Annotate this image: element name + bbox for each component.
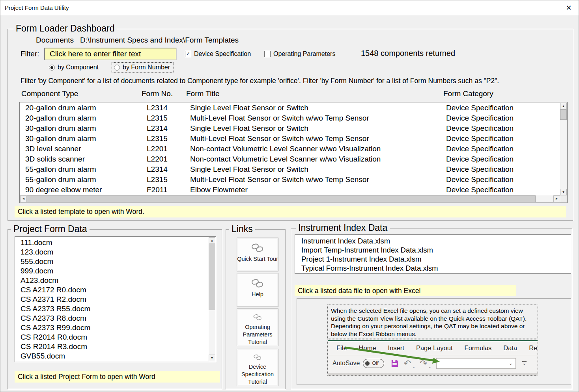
- list-item[interactable]: CS A2373 R8.docm: [15, 314, 209, 323]
- scroll-left-icon[interactable]: ◄: [20, 195, 27, 202]
- column-header-form-title: Form Title: [186, 89, 219, 98]
- list-item[interactable]: Instrument Index Data.xlsm: [295, 237, 570, 246]
- scrollbar-thumb[interactable]: [27, 195, 536, 202]
- documents-label: Documents: [36, 36, 74, 44]
- cell-form-no: L2315: [147, 134, 168, 143]
- device-specification-checkbox[interactable]: ✓ Device Specification: [185, 50, 251, 58]
- quick-start-tour-button[interactable]: Quick Start Tour: [237, 238, 278, 271]
- form-loader-dashboard-group: Form Loader Dashboard DocumentsD:\Instru…: [7, 29, 573, 221]
- cell-form-title: Non-contact Volumetric Level Scanner w/w…: [190, 145, 381, 153]
- redo-chevron-icon: ⌄: [428, 364, 431, 371]
- list-item[interactable]: CS R2014 R3.docm: [15, 342, 209, 352]
- cell-form-category: Device Specification: [446, 134, 514, 143]
- ribbon-tab: File: [336, 344, 347, 352]
- table-row[interactable]: 3D level scanner L2201 Non-contact Volum…: [20, 144, 560, 154]
- scroll-up-icon[interactable]: ▲: [560, 103, 567, 110]
- table-row[interactable]: 3D solids scanner L2201 Non-contact Volu…: [20, 154, 560, 165]
- templates-listbox[interactable]: 20-gallon drum alarm L2314 Single Level …: [19, 102, 568, 203]
- help-button[interactable]: Help: [237, 273, 278, 307]
- save-icon: [390, 359, 399, 368]
- cell-form-no: L2315: [147, 175, 168, 184]
- list-item[interactable]: 123.docm: [15, 248, 209, 257]
- button-label: Quick Start Tour: [237, 255, 278, 263]
- cell-component-type: 20-gallon drum alarm: [25, 104, 96, 112]
- link-icon: [251, 243, 264, 253]
- documents-line: DocumentsD:\Instrument Specs and Index\F…: [36, 36, 239, 45]
- ribbon-tab: Re: [529, 344, 537, 352]
- table-row[interactable]: 90 degree elbow meter F2011 Elbow Flowme…: [20, 185, 560, 195]
- excel-help-panel: When the selected Excel file opens, you …: [297, 298, 571, 385]
- cell-form-category: Device Specification: [446, 186, 514, 194]
- cell-form-no: L2201: [147, 155, 168, 163]
- cell-form-title: Single Level Float Sensor or Switch: [190, 104, 308, 112]
- scroll-up-icon[interactable]: ▲: [209, 237, 215, 244]
- autosave-state: Off: [372, 360, 378, 366]
- list-item[interactable]: CS R2014 R0.docm: [15, 333, 209, 342]
- cell-form-title: Multi-Level Float Sensor or Switch w/wo …: [190, 114, 369, 123]
- table-row[interactable]: 20-gallon drum alarm L2315 Multi-Level F…: [20, 113, 560, 124]
- list-item[interactable]: A123.docm: [15, 276, 209, 286]
- scroll-down-icon[interactable]: ▼: [560, 189, 567, 195]
- horizontal-scrollbar[interactable]: ◄ ►: [20, 195, 560, 202]
- filter-label: Filter:: [21, 50, 39, 58]
- project-forms-listbox[interactable]: 111.docm 123.docm 555.docm 999.docm A123…: [15, 236, 216, 362]
- templates-list-body: 20-gallon drum alarm L2314 Single Level …: [20, 103, 560, 195]
- filter-instructions: Filter 'by Component' for a list of docu…: [21, 77, 499, 85]
- instrument-index-listbox[interactable]: Instrument Index Data.xlsm Import Temp-I…: [295, 234, 571, 274]
- list-item[interactable]: Project 1-Instrument Index Data.xlsm: [295, 255, 570, 264]
- cell-component-type: 55-gallon drum alarm: [25, 175, 96, 184]
- list-item[interactable]: 111.docm: [15, 238, 209, 248]
- table-row[interactable]: 30-gallon drum alarm L2315 Multi-Level F…: [20, 134, 560, 144]
- list-item[interactable]: 999.docm: [15, 267, 209, 276]
- group-title-instrument-index: Instrument Index Data: [296, 223, 390, 233]
- group-title-links: Links: [229, 224, 255, 234]
- list-item[interactable]: CS A2373 R55.docm: [15, 305, 209, 314]
- button-label: Device Specification Tutorial: [237, 363, 278, 386]
- radio-by-form-number[interactable]: by Form Number: [112, 62, 174, 72]
- list-item[interactable]: CS A2371 R2.docm: [15, 295, 209, 305]
- cell-form-category: Device Specification: [446, 155, 514, 163]
- link-icon: [251, 279, 264, 288]
- scroll-right-icon[interactable]: ►: [553, 195, 560, 202]
- table-row[interactable]: 20-gallon drum alarm L2314 Single Level …: [20, 103, 560, 113]
- operating-parameters-checkbox[interactable]: Operating Parameters: [264, 50, 335, 58]
- list-item[interactable]: 555.docm: [15, 257, 209, 267]
- table-row[interactable]: 55-gallon drum alarm L2314 Single Level …: [20, 165, 560, 175]
- templates-note: Click a listed template to open with Wor…: [15, 206, 566, 217]
- device-specification-tutorial-button[interactable]: Device Specification Tutorial: [237, 349, 278, 386]
- customize-chevron: ⌄: [522, 362, 526, 365]
- customize-qat-icon: ⌄: [522, 361, 527, 365]
- cell-form-category: Device Specification: [446, 114, 514, 123]
- scrollbar-thumb[interactable]: [209, 244, 215, 310]
- window-title: Project Form Data Utility: [5, 4, 69, 11]
- checkbox-unchecked-icon: [264, 51, 271, 57]
- radio-by-component[interactable]: by Component: [47, 62, 103, 72]
- list-item[interactable]: CS A2172 R0.docm: [15, 286, 209, 295]
- list-item[interactable]: Import Temp-Instrument Index Data.xlsm: [295, 246, 570, 255]
- column-header-form-no: Form No.: [142, 89, 173, 98]
- table-row[interactable]: 30-gallon drum alarm L2314 Single Level …: [20, 124, 560, 134]
- scrollbar-thumb[interactable]: [560, 110, 567, 120]
- list-item[interactable]: Typical Forms-Instrument Index Data.xlsm: [295, 264, 570, 273]
- cell-form-no: L2314: [147, 165, 168, 174]
- filter-input[interactable]: [44, 48, 177, 60]
- vertical-scrollbar[interactable]: ▲ ▼: [560, 103, 567, 195]
- cell-component-type: 55-gallon drum alarm: [25, 165, 96, 174]
- cell-form-title: Single Level Float Sensor or Switch: [190, 124, 308, 133]
- radio-selected-icon: [49, 65, 55, 71]
- radio-unselected-icon: [114, 65, 120, 71]
- button-label: Help: [252, 291, 263, 298]
- scroll-down-icon[interactable]: ▼: [209, 355, 215, 361]
- list-item[interactable]: GVB55.docm: [15, 352, 209, 361]
- cell-form-no: L2314: [147, 104, 168, 112]
- links-group: Links Quick Start Tour Help Operating Pa…: [226, 229, 286, 389]
- operating-parameters-tutorial-button[interactable]: Operating Parameters Tutorial: [237, 308, 278, 346]
- ribbon-bottom-strip: [328, 373, 538, 375]
- vertical-scrollbar[interactable]: ▲ ▼: [209, 237, 215, 361]
- components-returned-count: 1548 components returned: [361, 49, 455, 58]
- ribbon-tab: Formulas: [465, 344, 492, 352]
- list-item[interactable]: CS A2373 R99.docm: [15, 323, 209, 333]
- close-icon[interactable]: ✕: [564, 3, 574, 13]
- table-row[interactable]: 55-gallon drum alarm L2315 Multi-Level F…: [20, 175, 560, 185]
- cell-component-type: 20-gallon drum alarm: [25, 114, 96, 123]
